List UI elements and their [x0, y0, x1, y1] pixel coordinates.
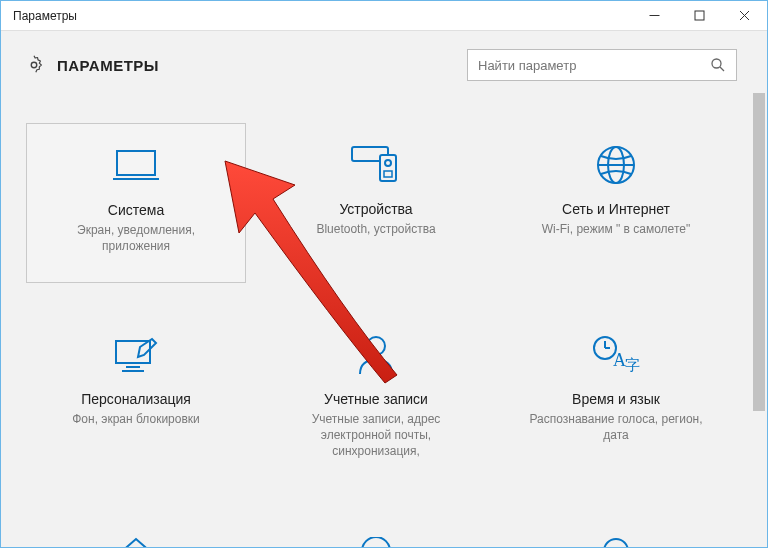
globe-icon [595, 141, 637, 189]
svg-text:字: 字 [625, 357, 640, 373]
settings-window: Параметры ПАРАМЕТРЫ [0, 0, 768, 548]
content: Система Экран, уведомления, приложения [1, 93, 751, 547]
page-title: ПАРАМЕТРЫ [57, 57, 159, 74]
svg-rect-1 [695, 11, 704, 20]
maximize-icon [694, 10, 705, 21]
close-icon [739, 10, 750, 21]
person-icon [356, 331, 396, 379]
tile-title: Персонализация [81, 391, 191, 407]
tile-partial-2[interactable] [266, 504, 486, 547]
content-wrap: Система Экран, уведомления, приложения [1, 93, 767, 547]
time-language-icon: A 字 [591, 331, 641, 379]
scroll-thumb[interactable] [753, 93, 765, 411]
header: ПАРАМЕТРЫ [1, 31, 767, 93]
close-button[interactable] [722, 1, 767, 30]
svg-point-4 [31, 62, 37, 68]
gear-icon [23, 54, 45, 76]
minimize-icon [649, 10, 660, 21]
minimize-button[interactable] [632, 1, 677, 30]
tile-subtitle: Распознавание голоса, регион, дата [516, 411, 716, 443]
tile-time-language[interactable]: A 字 Время и язык Распознавание голоса, р… [506, 313, 726, 474]
personalization-icon [112, 331, 160, 379]
svg-line-6 [720, 67, 724, 71]
tile-accounts[interactable]: Учетные записи Учетные записи, адрес эле… [266, 313, 486, 474]
search-box[interactable] [467, 49, 737, 81]
partial-icon [596, 522, 636, 547]
window-title: Параметры [13, 9, 77, 23]
search-icon [710, 57, 726, 73]
tile-title: Учетные записи [324, 391, 428, 407]
tile-subtitle: Wi-Fi, режим " в самолете" [536, 221, 696, 237]
tile-system[interactable]: Система Экран, уведомления, приложения [26, 123, 246, 283]
tile-personalization[interactable]: Персонализация Фон, экран блокировки [26, 313, 246, 474]
titlebar: Параметры [1, 1, 767, 31]
tile-partial-1[interactable] [26, 504, 246, 547]
tiles-grid: Система Экран, уведомления, приложения [26, 123, 726, 547]
search-input[interactable] [478, 58, 710, 73]
titlebar-controls [632, 1, 767, 30]
svg-rect-7 [117, 151, 155, 175]
partial-icon [116, 522, 156, 547]
scrollbar[interactable] [751, 93, 767, 547]
maximize-button[interactable] [677, 1, 722, 30]
tile-network[interactable]: Сеть и Интернет Wi-Fi, режим " в самолет… [506, 123, 726, 283]
svg-point-5 [712, 59, 721, 68]
display-icon [111, 142, 161, 190]
tile-title: Время и язык [572, 391, 660, 407]
tile-subtitle: Фон, экран блокировки [66, 411, 206, 427]
header-left: ПАРАМЕТРЫ [23, 54, 159, 76]
tile-subtitle: Экран, уведомления, приложения [37, 222, 235, 254]
scroll-track[interactable] [751, 93, 767, 547]
partial-icon [356, 522, 396, 547]
tile-title: Система [108, 202, 164, 218]
tile-title: Устройства [339, 201, 412, 217]
tile-partial-3[interactable] [506, 504, 726, 547]
tile-subtitle: Учетные записи, адрес электронной почты,… [276, 411, 476, 460]
tile-title: Сеть и Интернет [562, 201, 670, 217]
svg-point-22 [367, 337, 385, 355]
tile-subtitle: Bluetooth, устройства [310, 221, 441, 237]
tile-devices[interactable]: Устройства Bluetooth, устройства [266, 123, 486, 283]
devices-icon [350, 141, 402, 189]
